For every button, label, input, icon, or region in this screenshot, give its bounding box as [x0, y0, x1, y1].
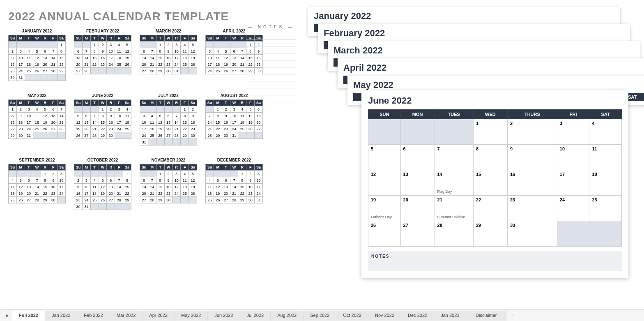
notes-line[interactable]: [246, 137, 296, 144]
minical-february-2022: FEBRUARY 2022SuMTWRFSa123456789101112131…: [74, 29, 131, 81]
day-cell[interactable]: 14Flag Day: [435, 170, 473, 196]
minical-november-2022: NOVEMBER 2022SuMTWRFSa123456789101112131…: [140, 158, 197, 210]
minical-january-2022: JANUARY 2022SuMTWRFSa1234567891011121314…: [8, 29, 66, 81]
day-cell[interactable]: 1: [473, 119, 507, 145]
month-notes: NOTES: [368, 251, 622, 271]
day-cell[interactable]: 22: [473, 196, 507, 221]
notes-line[interactable]: [246, 200, 296, 207]
day-cell[interactable]: [368, 119, 401, 145]
notes-line[interactable]: [246, 81, 296, 88]
notes-line[interactable]: [246, 193, 296, 200]
notes-line[interactable]: [246, 53, 296, 60]
notes-column: — NOTES —: [246, 25, 296, 221]
notes-line[interactable]: [246, 116, 296, 123]
notes-heading: — NOTES —: [246, 25, 296, 29]
day-cell[interactable]: 19Father's Day: [368, 196, 401, 221]
tab-nav-arrow[interactable]: ▶: [2, 313, 12, 318]
tab-jul-2022[interactable]: Jul 2022: [240, 311, 271, 321]
notes-line[interactable]: [246, 144, 296, 151]
notes-line[interactable]: [246, 130, 296, 137]
notes-line[interactable]: [246, 60, 296, 67]
day-cell[interactable]: 15: [473, 170, 507, 196]
day-cell[interactable]: 4: [589, 119, 622, 145]
minical-july-2022: JULY 2022SuMTWRFSa1234567891011121314151…: [140, 93, 197, 145]
minical-june-2022: JUNE 2022SuMTWRFSa1234567891011121314151…: [74, 93, 131, 145]
day-cell[interactable]: 25: [589, 196, 622, 221]
day-cell[interactable]: 13: [400, 170, 435, 196]
notes-line[interactable]: [246, 109, 296, 116]
day-cell[interactable]: [557, 221, 589, 247]
minical-may-2022: MAY 2022SuMTWRFSa12345678910111213141516…: [8, 93, 66, 145]
june-sheet: June 2022 SUNMONTUESWEDTHURSFRISAT 12345…: [361, 90, 628, 278]
add-sheet-button[interactable]: +: [506, 310, 521, 321]
notes-line[interactable]: [246, 214, 296, 221]
day-cell[interactable]: 23: [507, 196, 557, 221]
day-cell[interactable]: 5: [368, 145, 401, 170]
tab-jun-2022[interactable]: Jun 2022: [208, 311, 240, 321]
sheet-tabs: ▶ Full 2022Jan 2022Feb 2022Mar 2022Apr 2…: [0, 309, 644, 321]
tab-oct-2022[interactable]: Oct 2022: [336, 311, 368, 321]
notes-line[interactable]: [246, 74, 296, 81]
notes-line[interactable]: [246, 158, 296, 165]
day-cell[interactable]: 7: [435, 145, 473, 170]
month-grid: SUNMONTUESWEDTHURSFRISAT 123456789101112…: [368, 109, 622, 247]
notes-line[interactable]: [246, 123, 296, 130]
notes-line[interactable]: [246, 39, 296, 46]
minical-march-2022: MARCH 2022SuMTWRFSa123456789101112131415…: [140, 29, 197, 81]
notes-line[interactable]: [246, 88, 296, 95]
tab-mar-2022[interactable]: Mar 2022: [110, 311, 143, 321]
day-cell[interactable]: 27: [400, 221, 435, 247]
notes-line[interactable]: [246, 95, 296, 102]
notes-line[interactable]: [246, 172, 296, 179]
tab-feb-2022[interactable]: Feb 2022: [77, 311, 110, 321]
day-cell[interactable]: 2: [507, 119, 557, 145]
day-cell[interactable]: 29: [473, 221, 507, 247]
day-cell[interactable]: 18: [589, 170, 622, 196]
day-cell[interactable]: 9: [507, 145, 557, 170]
notes-line[interactable]: [246, 67, 296, 74]
notes-line[interactable]: [246, 207, 296, 214]
month-title: June 2022: [368, 95, 622, 106]
day-cell[interactable]: [589, 221, 622, 247]
notes-line[interactable]: [246, 46, 296, 53]
day-cell[interactable]: 8: [473, 145, 507, 170]
tab-sep-2022[interactable]: Sep 2022: [304, 311, 336, 321]
tab-may-2022[interactable]: May 2022: [175, 311, 208, 321]
tab-jan-2022[interactable]: Jan 2022: [45, 311, 77, 321]
day-cell[interactable]: 3: [557, 119, 589, 145]
day-cell[interactable]: [400, 119, 435, 145]
notes-line[interactable]: [246, 102, 296, 109]
notes-line[interactable]: [246, 165, 296, 172]
tab-full-2022[interactable]: Full 2022: [12, 311, 45, 321]
minical-september-2022: SEPTEMBER 2022SuMTWRFSa12345678910111213…: [8, 158, 66, 210]
day-cell[interactable]: 20: [400, 196, 435, 221]
day-cell[interactable]: 28: [435, 221, 473, 247]
tab-dec-2022[interactable]: Dec 2022: [401, 311, 434, 321]
tab--disclaimer-[interactable]: - Disclaimer -: [466, 311, 506, 321]
day-cell[interactable]: 12: [368, 170, 401, 196]
day-cell[interactable]: 26: [368, 221, 401, 247]
day-cell[interactable]: 17: [557, 170, 589, 196]
day-cell[interactable]: 21Summer Solstice: [435, 196, 473, 221]
tab-nov-2022[interactable]: Nov 2022: [368, 311, 401, 321]
notes-line[interactable]: [246, 179, 296, 186]
minical-october-2022: OCTOBER 2022SuMTWRFSa1234567891011121314…: [74, 158, 131, 210]
notes-line[interactable]: [246, 151, 296, 158]
tab-jan-2023[interactable]: Jan 2023: [434, 311, 466, 321]
notes-line[interactable]: [246, 186, 296, 193]
day-cell[interactable]: 11: [589, 145, 622, 170]
day-cell[interactable]: 30: [507, 221, 557, 247]
day-cell[interactable]: 24: [557, 196, 589, 221]
day-cell[interactable]: 6: [400, 145, 435, 170]
tab-apr-2022[interactable]: Apr 2022: [143, 311, 175, 321]
day-cell[interactable]: 10: [557, 145, 589, 170]
day-cell[interactable]: [435, 119, 473, 145]
day-cell[interactable]: 16: [507, 170, 557, 196]
notes-line[interactable]: [246, 32, 296, 39]
tab-aug-2022[interactable]: Aug 2022: [271, 311, 304, 321]
